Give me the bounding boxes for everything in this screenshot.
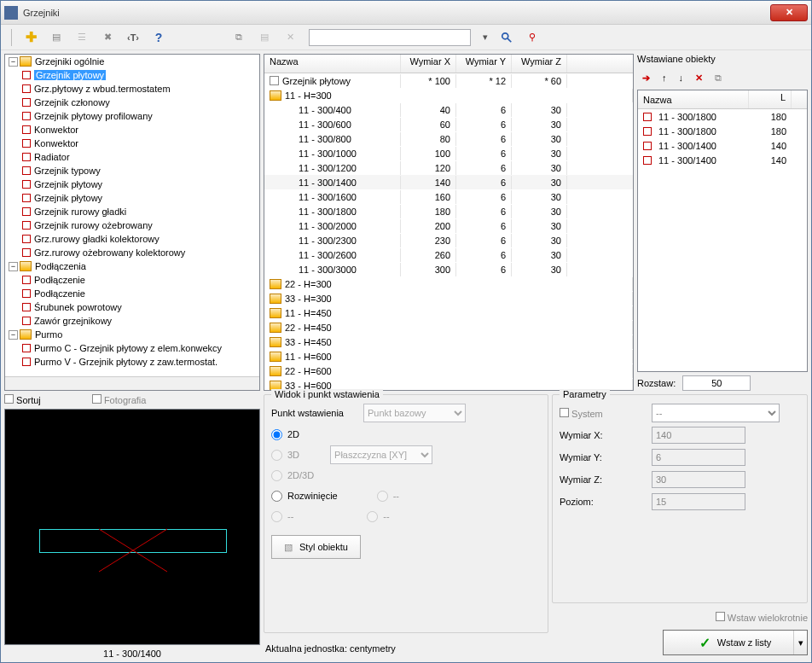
- tree-label[interactable]: Radiator: [34, 152, 70, 162]
- tree-label[interactable]: Podłączenia: [35, 261, 86, 271]
- arrow-up-icon[interactable]: ↑: [662, 73, 667, 83]
- param-value[interactable]: 140: [652, 427, 745, 444]
- close-button[interactable]: ✕: [770, 4, 808, 21]
- tree-label[interactable]: Grzejnik typowy: [34, 166, 101, 176]
- param-value[interactable]: 15: [652, 493, 745, 510]
- insert-button[interactable]: ✓ Wstaw z listy ▾: [663, 630, 808, 655]
- param-value[interactable]: 6: [652, 449, 745, 466]
- tree-label[interactable]: Podłączenie: [34, 275, 85, 285]
- grid-folder-row[interactable]: 22 - H=300: [264, 276, 633, 291]
- rozstaw-input[interactable]: [682, 375, 751, 391]
- grid-folder-row[interactable]: 11 - H=600: [264, 349, 633, 363]
- tree-item[interactable]: Podłączenie: [5, 273, 259, 287]
- delete-icon[interactable]: ✕: [283, 31, 297, 44]
- tree-item[interactable]: Zawór grzejnikowy: [5, 314, 259, 328]
- grid-folder-row[interactable]: 33 - H=300: [264, 291, 633, 305]
- list-icon[interactable]: ☰: [75, 31, 89, 44]
- tree-item[interactable]: Grz.rurowy gładki kolektorowy: [5, 232, 259, 246]
- tree-label[interactable]: Grzejniki ogólnie: [35, 56, 104, 67]
- grid-row[interactable]: 11 - 300/1400140630: [264, 175, 633, 189]
- search-input[interactable]: [309, 29, 471, 46]
- sort-checkbox[interactable]: Sortuj: [4, 394, 41, 405]
- inserted-col-l[interactable]: L: [749, 90, 792, 108]
- dropdown-icon[interactable]: ▾: [483, 32, 488, 43]
- tree-item[interactable]: Grzejnik rurowy gładki: [5, 205, 259, 218]
- tree-item[interactable]: Grzejnik płytowy: [5, 177, 259, 191]
- col-header-z[interactable]: Wymiar Z: [512, 55, 567, 73]
- grid-panel[interactable]: Nazwa Wymiar X Wymiar Y Wymiar Z Grzejni…: [264, 54, 634, 391]
- grid-row[interactable]: 11 - 300/2300230630: [264, 233, 633, 247]
- tree-item[interactable]: Śrubunek powrotowy: [5, 300, 259, 314]
- photo-checkbox[interactable]: Fotografia: [92, 394, 147, 405]
- grid-folder-row[interactable]: 22 - H=600: [264, 363, 633, 378]
- tree-item[interactable]: −Grzejniki ogólnie: [5, 55, 259, 68]
- tree-item[interactable]: Konwektor: [5, 123, 259, 137]
- grid-row[interactable]: 11 - 300/1800180630: [264, 204, 633, 218]
- tree-label[interactable]: Grz.rurowy ożebrowany kolektorowy: [34, 247, 185, 258]
- tree-item[interactable]: Grz.rurowy ożebrowany kolektorowy: [5, 246, 259, 259]
- tools-icon[interactable]: ✖: [101, 31, 114, 44]
- tree-item[interactable]: Grzejnik członowy: [5, 96, 259, 109]
- insert-dropdown-icon[interactable]: ▾: [793, 631, 807, 654]
- help-icon[interactable]: ?: [152, 31, 165, 44]
- tree-label[interactable]: Podłączenie: [34, 288, 85, 299]
- grid-row[interactable]: 11 - 300/1200120630: [264, 160, 633, 175]
- tree-label[interactable]: Purmo V - Grzejnik płytowy z zaw.termost…: [34, 357, 218, 367]
- checkbox-icon[interactable]: [270, 76, 279, 85]
- tree-item[interactable]: Grzejnik płytowy: [5, 191, 259, 205]
- grid-row[interactable]: 11 - 300/1000100630: [264, 146, 633, 160]
- text-icon[interactable]: ‹T›: [126, 31, 140, 44]
- inserted-col-name[interactable]: Nazwa: [638, 90, 749, 108]
- tree-label[interactable]: Konwektor: [34, 125, 78, 135]
- multi-insert-checkbox[interactable]: Wstaw wielokrotnie: [716, 612, 808, 623]
- col-header-name[interactable]: Nazwa: [264, 55, 401, 73]
- tree-item[interactable]: Grzejnik rurowy ożebrowany: [5, 218, 259, 232]
- tree-label[interactable]: Purmo C - Grzejnik płytowy z elem.konwek…: [34, 343, 222, 353]
- tree-label[interactable]: Śrubunek powrotowy: [34, 302, 122, 312]
- edit-icon[interactable]: ▤: [49, 31, 63, 44]
- inserted-grid[interactable]: Nazwa L 11 - 300/180018011 - 300/1800180…: [637, 90, 808, 372]
- tree-item[interactable]: Grzejnik płytowy profilowany: [5, 109, 259, 123]
- expander-icon[interactable]: −: [9, 330, 18, 340]
- tree-label[interactable]: Grz.rurowy gładki kolektorowy: [34, 234, 160, 244]
- tree-label[interactable]: Konwektor: [34, 138, 78, 148]
- tree-item[interactable]: Purmo V - Grzejnik płytowy z zaw.termost…: [5, 355, 259, 369]
- tree-item[interactable]: Podłączenie: [5, 287, 259, 300]
- tree-label[interactable]: Grz.płytowy z wbud.termostatem: [34, 84, 171, 94]
- punkt-combo[interactable]: Punkt bazowy: [363, 404, 466, 422]
- inserted-row[interactable]: 11 - 300/1800180: [638, 124, 807, 138]
- col-header-x[interactable]: Wymiar X: [401, 55, 456, 73]
- expander-icon[interactable]: −: [9, 57, 18, 67]
- expander-icon[interactable]: −: [9, 262, 18, 271]
- inserted-row[interactable]: 11 - 300/1400140: [638, 138, 807, 153]
- copy-list-icon[interactable]: ⧉: [715, 73, 722, 84]
- tree-item[interactable]: −Podłączenia: [5, 259, 259, 273]
- grid-folder-row[interactable]: 22 - H=450: [264, 320, 633, 334]
- param-value[interactable]: 30: [652, 471, 745, 488]
- tree-item[interactable]: Grzejnik płytowy: [5, 68, 259, 82]
- grid-folder-row[interactable]: 33 - H=450: [264, 334, 633, 349]
- inserted-row[interactable]: 11 - 300/1800180: [638, 109, 807, 124]
- col-header-y[interactable]: Wymiar Y: [456, 55, 512, 73]
- radio-rozw[interactable]: [271, 491, 282, 502]
- grid-folder-row[interactable]: 11 - H=450: [264, 305, 633, 320]
- arrow-right-icon[interactable]: ➔: [642, 73, 650, 84]
- tree-label[interactable]: Grzejnik płytowy: [34, 193, 102, 203]
- copy-icon[interactable]: ⧉: [232, 31, 246, 44]
- grid-row[interactable]: 11 - 300/40040630: [264, 102, 633, 117]
- grid-row[interactable]: 11 - 300/60060630: [264, 117, 633, 131]
- tree-item[interactable]: Grzejnik typowy: [5, 164, 259, 177]
- tree-label[interactable]: Grzejnik rurowy ożebrowany: [34, 220, 153, 230]
- system-combo[interactable]: --: [652, 404, 780, 422]
- arrow-down-icon[interactable]: ↓: [679, 73, 684, 83]
- paste-icon[interactable]: ▤: [258, 31, 271, 44]
- tree-label[interactable]: Grzejnik płytowy: [34, 179, 102, 189]
- tree-label[interactable]: Purmo: [35, 329, 62, 340]
- tree-label[interactable]: Grzejnik płytowy profilowany: [34, 111, 153, 121]
- tree-label[interactable]: Grzejnik członowy: [34, 97, 110, 108]
- add-icon[interactable]: ✚: [24, 31, 38, 44]
- tree-item[interactable]: Radiator: [5, 150, 259, 164]
- grid-folder-row[interactable]: 11 - H=300: [264, 88, 633, 102]
- remove-icon[interactable]: ✕: [695, 73, 703, 84]
- search-icon[interactable]: [500, 31, 513, 44]
